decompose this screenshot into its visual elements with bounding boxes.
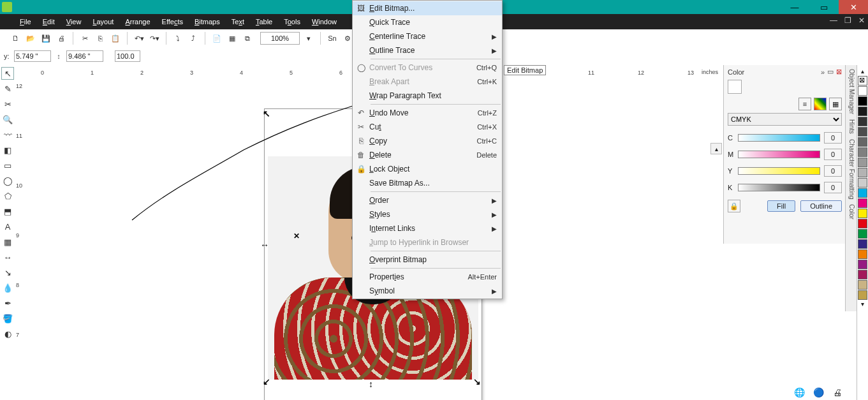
menu-view[interactable]: View — [61, 14, 87, 29]
color-swatch[interactable] — [858, 117, 867, 126]
menu-item-order[interactable]: Order▶ — [353, 193, 502, 207]
color-swatch[interactable] — [858, 209, 867, 218]
y-input[interactable]: 5.749 " — [14, 50, 51, 62]
slider-value[interactable]: 0 — [824, 149, 842, 160]
status-icon[interactable]: 🖨 — [832, 387, 842, 397]
color-swatch[interactable] — [858, 86, 867, 96]
menu-item-save-bitmap[interactable]: Save Bitmap As... — [353, 176, 502, 190]
minimize-button[interactable]: — — [780, 0, 809, 14]
dimension-tool[interactable]: ↔ — [2, 251, 13, 263]
zoom-tool[interactable]: 🔍 — [2, 114, 13, 125]
slider-track[interactable] — [738, 151, 820, 158]
fill-button[interactable]: Fill — [767, 200, 795, 212]
menu-tools[interactable]: Tools — [278, 14, 306, 29]
menu-item-delete[interactable]: 🗑DeleteDelete — [353, 148, 502, 162]
doc-minimize-button[interactable]: — — [828, 16, 839, 25]
menu-table[interactable]: Table — [250, 14, 278, 29]
palette-scroll-up[interactable]: ▴ — [861, 68, 864, 75]
handle-s[interactable]: ↕ — [369, 380, 376, 388]
no-color-swatch[interactable]: ⊠ — [858, 76, 867, 85]
slider-track[interactable] — [738, 134, 820, 142]
docker-close-button[interactable]: ⊠ — [836, 68, 842, 76]
slider-value[interactable]: 0 — [824, 182, 842, 193]
eyedropper-tool[interactable]: 💧 — [2, 282, 13, 293]
handle-se[interactable]: ↘ — [473, 378, 481, 385]
snap-button[interactable]: Sn — [326, 32, 339, 45]
menu-bitmaps[interactable]: Bitmaps — [189, 14, 226, 29]
outline-button[interactable]: Outline — [800, 200, 842, 212]
docker-tab[interactable]: Hints — [848, 119, 855, 134]
menu-item-lock[interactable]: 🔒Lock Object — [353, 162, 502, 176]
slider-value[interactable]: 0 — [824, 165, 842, 177]
color-viewer-mode[interactable] — [814, 98, 827, 110]
menu-arrange[interactable]: Arrange — [119, 14, 156, 29]
open-button[interactable]: 📂 — [24, 32, 37, 45]
center-marker[interactable]: ✕ — [293, 232, 301, 240]
slider-track[interactable] — [738, 167, 820, 175]
menu-item-ilinks[interactable]: Internet Links▶ — [353, 221, 502, 235]
status-icon[interactable]: 🔵 — [813, 387, 823, 397]
color-swatch[interactable] — [858, 239, 867, 249]
undo-button[interactable]: ↶▾ — [133, 32, 145, 45]
slider-track[interactable] — [738, 184, 820, 191]
color-swatch[interactable] — [858, 260, 867, 269]
color-swatch[interactable] — [858, 188, 867, 198]
color-swatch[interactable] — [858, 280, 867, 290]
color-swatch[interactable] — [858, 219, 867, 228]
docker-minimize-button[interactable]: ▭ — [827, 68, 834, 76]
menu-item-cut[interactable]: ✂CutCtrl+X — [353, 120, 502, 134]
color-palettes-mode[interactable]: ▦ — [829, 98, 842, 110]
menu-item-styles[interactable]: Styles▶ — [353, 207, 502, 221]
color-swatch[interactable] — [858, 178, 867, 188]
crop-tool[interactable]: ✂ — [2, 98, 13, 110]
doc-restore-button[interactable]: ❐ — [842, 16, 853, 25]
shape-tool[interactable]: ✎ — [2, 83, 13, 94]
ellipse-tool[interactable]: ◯ — [2, 175, 13, 186]
redo-button[interactable]: ↷▾ — [148, 32, 161, 45]
vertical-ruler[interactable]: 121110987 — [15, 77, 27, 400]
color-swatch[interactable] — [858, 270, 867, 279]
menu-window[interactable]: Window — [306, 14, 342, 29]
cut-button[interactable]: ✂ — [78, 32, 91, 45]
table-tool[interactable]: ▦ — [2, 236, 13, 248]
outline-tool[interactable]: ✒ — [2, 297, 13, 309]
close-button[interactable]: ✕ — [839, 0, 868, 14]
scrollbar-up[interactable]: ▴ — [710, 143, 722, 154]
zoom-combo[interactable]: 100% — [260, 32, 300, 45]
print-button[interactable]: 🖨 — [55, 32, 68, 45]
text-tool[interactable]: A — [2, 221, 13, 232]
rectangle-tool[interactable]: ▭ — [2, 159, 13, 171]
welcome-button[interactable]: ⧉ — [241, 32, 254, 45]
menu-item-overprint[interactable]: Overprint Bitmap — [353, 253, 502, 267]
handle-nw[interactable]: ↖ — [263, 110, 270, 117]
publish-pdf-button[interactable]: 📄 — [210, 32, 223, 45]
connector-tool[interactable]: ↘ — [2, 267, 13, 278]
doc-close-button[interactable]: ✕ — [857, 16, 867, 25]
smart-fill-tool[interactable]: ◧ — [2, 144, 13, 156]
pick-tool[interactable]: ↖ — [2, 68, 13, 79]
color-swatch[interactable] — [858, 158, 867, 167]
docker-tab[interactable]: Object Manager — [848, 69, 855, 114]
color-swatch[interactable] — [858, 107, 867, 116]
menu-layout[interactable]: Layout — [87, 14, 119, 29]
scale-y-input[interactable]: 100.0 — [115, 50, 140, 62]
color-swatch[interactable] — [858, 147, 867, 157]
fill-tool[interactable]: 🪣 — [2, 313, 13, 324]
height-input[interactable]: 9.486 " — [66, 50, 103, 62]
color-swatch[interactable] — [858, 96, 867, 106]
zoom-dropdown[interactable]: ▾ — [302, 32, 315, 45]
copy-button[interactable]: ⎘ — [94, 32, 107, 45]
status-icon[interactable]: 🌐 — [794, 387, 804, 397]
import-button[interactable]: ⤵ — [172, 32, 184, 45]
menu-item-symbol[interactable]: Symbol▶ — [353, 284, 502, 298]
menu-text[interactable]: Text — [226, 14, 250, 29]
menu-item-edit-bitmap[interactable]: 🖼Edit Bitmap... — [353, 1, 502, 15]
color-lock-button[interactable]: 🔒 — [728, 200, 740, 212]
handle-w[interactable]: ↔ — [260, 241, 268, 249]
menu-item-undo-move[interactable]: ↶Undo MoveCtrl+Z — [353, 106, 502, 120]
menu-edit[interactable]: Edit — [37, 14, 61, 29]
menu-file[interactable]: FFileile — [14, 14, 37, 29]
interactive-fill-tool[interactable]: ◐ — [2, 328, 13, 339]
color-swatch[interactable] — [858, 137, 867, 147]
slider-value[interactable]: 0 — [824, 132, 842, 144]
